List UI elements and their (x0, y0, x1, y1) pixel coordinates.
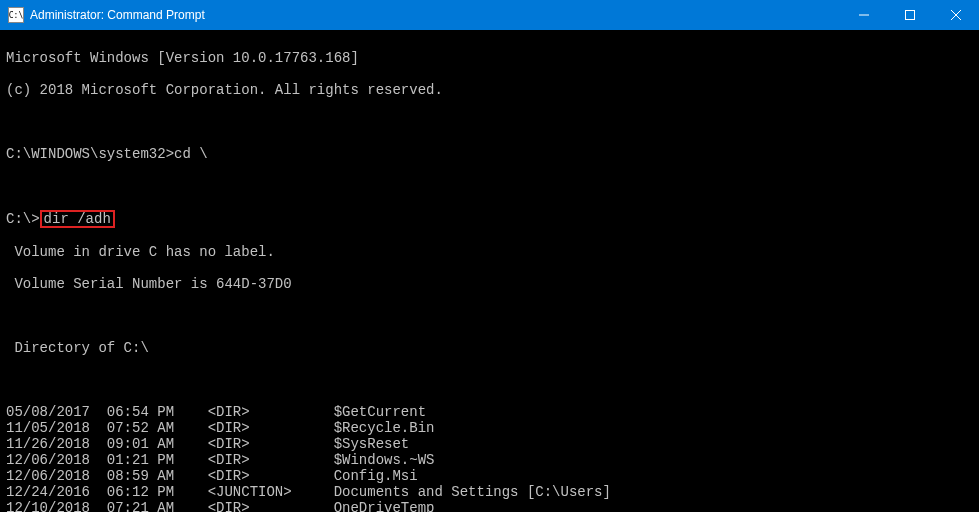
prompt-prefix: C:\WINDOWS\system32> (6, 146, 174, 162)
blank-line (6, 178, 973, 194)
prompt-command: cd \ (174, 146, 208, 162)
highlighted-command: dir /adh (40, 210, 115, 228)
minimize-icon (859, 10, 869, 20)
prompt-prefix: C:\> (6, 211, 40, 227)
volume-line: Volume in drive C has no label. (6, 244, 973, 260)
svg-rect-1 (906, 11, 915, 20)
cmd-window: C:\ Administrator: Command Prompt Micros… (0, 0, 979, 512)
close-icon (951, 10, 961, 20)
window-title: Administrator: Command Prompt (30, 8, 205, 22)
dir-entry: 12/10/2018 07:21 AM <DIR> OneDriveTemp (6, 500, 973, 512)
dir-entry: 11/26/2018 09:01 AM <DIR> $SysReset (6, 436, 973, 452)
maximize-button[interactable] (887, 0, 933, 30)
serial-line: Volume Serial Number is 644D-37D0 (6, 276, 973, 292)
directory-of-line: Directory of C:\ (6, 340, 973, 356)
version-line: Microsoft Windows [Version 10.0.17763.16… (6, 50, 973, 66)
close-button[interactable] (933, 0, 979, 30)
prompt-line-1: C:\WINDOWS\system32>cd \ (6, 146, 973, 162)
cmd-icon: C:\ (8, 7, 24, 23)
blank-line (6, 114, 973, 130)
dir-entry: 05/08/2017 06:54 PM <DIR> $GetCurrent (6, 404, 973, 420)
prompt-line-2: C:\>dir /adh (6, 210, 973, 228)
blank-line (6, 308, 973, 324)
minimize-button[interactable] (841, 0, 887, 30)
terminal-output[interactable]: Microsoft Windows [Version 10.0.17763.16… (0, 30, 979, 512)
dir-entry: 12/24/2016 06:12 PM <JUNCTION> Documents… (6, 484, 973, 500)
dir-entry: 12/06/2018 08:59 AM <DIR> Config.Msi (6, 468, 973, 484)
dir-entry: 12/06/2018 01:21 PM <DIR> $Windows.~WS (6, 452, 973, 468)
titlebar[interactable]: C:\ Administrator: Command Prompt (0, 0, 979, 30)
maximize-icon (905, 10, 915, 20)
copyright-line: (c) 2018 Microsoft Corporation. All righ… (6, 82, 973, 98)
blank-line (6, 372, 973, 388)
dir-entry: 11/05/2018 07:52 AM <DIR> $Recycle.Bin (6, 420, 973, 436)
